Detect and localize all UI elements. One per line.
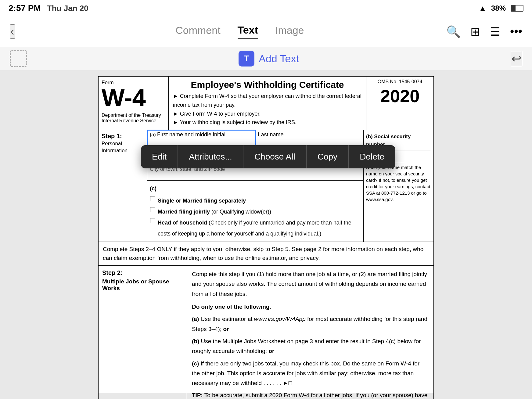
document-container: Form W-4 Department of the Treasury Inte… (98, 76, 434, 393)
form-name: W-4 (102, 86, 165, 110)
step2-intro: Complete this step if you (1) hold more … (192, 269, 429, 299)
step2-option-b: (b) Use the Multiple Jobs Worksheet on p… (192, 336, 429, 356)
bullet-3: ► Your withholding is subject to review … (173, 118, 362, 127)
grid-icon[interactable]: ⊞ (470, 25, 480, 38)
ctx-choose-all[interactable]: Choose All (243, 145, 307, 168)
form-header: Form W-4 Department of the Treasury Inte… (98, 76, 434, 130)
ctx-copy[interactable]: Copy (307, 145, 349, 168)
step2-sidebar: Step 2: Multiple Jobs or Spouse Works (99, 266, 187, 399)
step2-label: Step 2: (102, 269, 183, 276)
step1-label: Step 1: Personal Information (99, 130, 147, 242)
ctx-delete[interactable]: Delete (349, 145, 395, 168)
ctx-edit[interactable]: Edit (141, 145, 178, 168)
omb-number: OMB No. 1545-0074 (378, 79, 422, 84)
step2-body: Complete this step if you (1) hold more … (187, 266, 433, 399)
last-name-label: Last name (258, 131, 284, 138)
battery-icon: 38% (491, 4, 506, 13)
tab-image[interactable]: Image (275, 24, 304, 39)
department: Department of the Treasury (102, 113, 165, 118)
ssn-note: Does your name match the name on your so… (366, 164, 431, 203)
battery-visual (511, 5, 523, 12)
more-icon[interactable]: ••• (510, 25, 522, 38)
first-name-label: First name and middle initial (157, 131, 225, 138)
back-button[interactable]: ‹ (10, 24, 15, 39)
undo-button[interactable]: ↩ (511, 51, 522, 66)
filing-row: (c) Single or Married filing separately … (147, 181, 363, 242)
add-text-button[interactable]: T Add Text (239, 51, 299, 66)
selection-tool[interactable] (10, 50, 27, 67)
filing-single: Single or Married filing separately (150, 195, 361, 206)
status-icons: ▲ 38% (479, 4, 523, 13)
filing-single-label: Single or Married filing separately (158, 195, 246, 206)
wifi-icon: ▲ (479, 4, 486, 13)
note-text: Complete Steps 2–4 ONLY if they apply to… (103, 246, 423, 261)
tab-comment[interactable]: Comment (175, 24, 220, 39)
form-year: 2020 (380, 86, 419, 106)
checkbox-married[interactable] (150, 207, 155, 212)
step2-sublabel: Multiple Jobs or Spouse Works (102, 278, 183, 292)
list-icon[interactable]: ☰ (490, 25, 500, 38)
step2-option-a: (a) Use the estimator at www.irs.gov/W4A… (192, 314, 429, 334)
form-label: Form W-4 Department of the Treasury Inte… (99, 77, 169, 130)
search-icon[interactable]: 🔍 (446, 25, 461, 38)
context-menu: Edit Attributes... Choose All Copy Delet… (141, 145, 395, 168)
form-title: Employee's Withholding Certificate (173, 80, 362, 90)
checkbox-single[interactable] (150, 196, 155, 201)
filing-married: Married filing jointly (or Qualifying wi… (150, 206, 361, 217)
step2-do-line: Do only one of the following. (192, 302, 429, 312)
tab-text[interactable]: Text (238, 24, 258, 39)
filing-married-label: Married filing jointly (or Qualifying wi… (158, 206, 271, 217)
filing-hoh-label: Head of household (Check only if you're … (158, 217, 361, 239)
nav-tabs: Comment Text Image (175, 24, 304, 39)
filing-hoh: Head of household (Check only if you're … (150, 217, 361, 239)
checkbox-hoh[interactable] (150, 218, 155, 223)
ctx-attributes[interactable]: Attributes... (178, 145, 243, 168)
form-bullets: ► Complete Form W-4 so that your employe… (173, 92, 362, 127)
nav-bar: ‹ Comment Text Image 🔍 ⊞ ☰ ••• (0, 16, 532, 47)
irs: Internal Revenue Service (102, 118, 165, 124)
form-center: Employee's Withholding Certificate ► Com… (169, 77, 366, 130)
step2-tip: TIP: To be accurate, submit a 2020 Form … (192, 390, 429, 399)
status-bar: 2:57 PM Thu Jan 20 ▲ 38% (0, 0, 532, 16)
step2-option-c: (c) If there are only two jobs total, yo… (192, 359, 429, 388)
step1-sublabel: Personal Information (102, 141, 128, 153)
add-text-bar: T Add Text ↩ (0, 47, 532, 70)
text-icon: T (239, 51, 254, 66)
bullet-1: ► Complete Form W-4 so that your employe… (173, 92, 362, 110)
add-text-label: Add Text (259, 53, 299, 65)
steps-note: Complete Steps 2–4 ONLY if they apply to… (98, 242, 434, 266)
bullet-2: ► Give Form W-4 to your employer. (173, 110, 362, 118)
document-area: Form W-4 Department of the Treasury Inte… (0, 70, 532, 399)
status-time: 2:57 PM (9, 3, 41, 13)
form-right: OMB No. 1545-0074 2020 (366, 77, 433, 130)
step2-section: Step 2: Multiple Jobs or Spouse Works Co… (98, 266, 434, 399)
status-date: Thu Jan 20 (47, 4, 88, 13)
